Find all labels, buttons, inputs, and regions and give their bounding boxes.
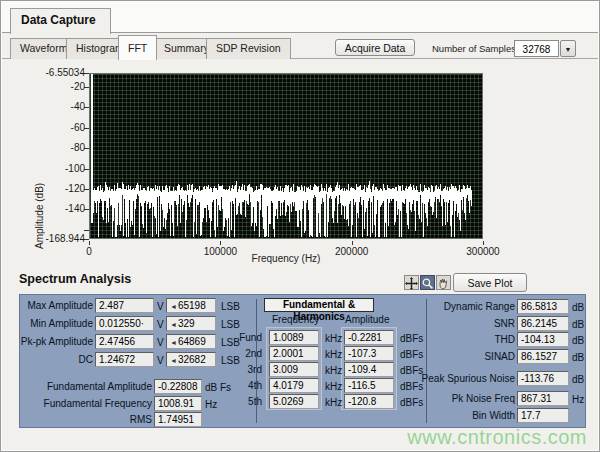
- min-amplitude-volts-unit: V: [157, 317, 164, 332]
- y-tick-label: -120: [19, 183, 85, 195]
- fft-chart: Amplitude (dB) Frequency (Hz) -6.55034-2…: [1, 59, 600, 271]
- frequency-column-header: Frequency: [272, 314, 319, 325]
- pkpk-amplitude-lsb-field: ◄64869: [166, 334, 216, 349]
- dynamic-range-unit: dB: [572, 300, 584, 315]
- truncate-left-icon: ◄: [170, 303, 177, 310]
- fundamental-harmonics-title: Fundamental & Harmonics: [264, 298, 374, 312]
- acquire-data-button[interactable]: Acquire Data: [335, 39, 415, 56]
- max-amplitude-volts-unit: V: [157, 299, 164, 314]
- number-of-samples-value[interactable]: 32768: [514, 40, 559, 57]
- x-tick-label: 200000: [322, 246, 382, 257]
- y-tick-mark: [84, 230, 89, 231]
- h5-frequency-unit: kHz: [325, 395, 342, 410]
- harmonic-row-label: Fund: [234, 330, 262, 345]
- fund-frequency-unit: kHz: [325, 331, 342, 346]
- y-tick-label: -100: [19, 163, 85, 175]
- bin-width-label: Bin Width: [400, 408, 515, 423]
- x-tick-mark: [352, 241, 353, 245]
- fundamental-amplitude-unit: dB Fs: [205, 380, 231, 395]
- dc-label: DC: [20, 352, 93, 367]
- h5-amplitude-field: -120.8: [344, 394, 394, 409]
- snr-field: 86.2145: [517, 316, 569, 331]
- pan-tool-button[interactable]: [436, 275, 451, 290]
- snr-unit: dB: [572, 317, 584, 332]
- peak-spurious-noise-unit: dB: [572, 372, 584, 387]
- min-amplitude-volts-field: 0.012550·: [95, 316, 154, 331]
- x-tick-mark: [483, 241, 484, 245]
- y-tick-label: -60: [19, 122, 85, 134]
- h5-frequency-field: 5.0269: [269, 394, 319, 409]
- data-capture-window: Data Capture Waveform Histogram FFT Summ…: [0, 0, 600, 452]
- pk-noise-freq-unit: Hz: [572, 392, 584, 407]
- min-amplitude-lsb-value: 329: [178, 318, 195, 329]
- tab-fft[interactable]: FFT: [118, 35, 157, 60]
- pkpk-amplitude-volts-field: 2.47456: [95, 334, 154, 349]
- x-tick-mark: [89, 241, 90, 245]
- pk-noise-freq-label: Pk Noise Freq: [400, 391, 515, 406]
- bin-width-field: 17.7: [517, 408, 569, 423]
- truncate-left-icon: ◄: [170, 339, 177, 346]
- sinad-unit: dB: [572, 350, 584, 365]
- save-plot-button[interactable]: Save Plot: [453, 273, 527, 292]
- watermark: www.cntronics.com: [407, 426, 587, 449]
- x-tick-label: 300000: [453, 246, 513, 257]
- max-amplitude-label: Max Amplitude: [20, 298, 93, 313]
- rms-label: RMS: [30, 412, 152, 427]
- pkpk-amplitude-label: Pk-pk Amplitude: [20, 334, 93, 349]
- thd-field: -104.13: [517, 332, 569, 347]
- y-tick-label: -140: [19, 203, 85, 215]
- dynamic-range-field: 86.5813: [517, 299, 569, 314]
- h3-amplitude-field: -109.4: [344, 362, 394, 377]
- pkpk-amplitude-volts-unit: V: [157, 335, 164, 350]
- h3-frequency-field: 3.009: [269, 362, 319, 377]
- spectrum-analysis-panel: Max Amplitude 2.487 V ◄65198 LSB Min Amp…: [19, 294, 586, 428]
- dc-lsb-field: ◄32682: [166, 352, 216, 367]
- x-tick-mark: [220, 241, 221, 245]
- title-tab-strip: Data Capture: [2, 2, 598, 33]
- spectrum-analysis-heading: Spectrum Analysis: [19, 272, 131, 286]
- zoom-tool-button[interactable]: [420, 275, 435, 290]
- h4-frequency-unit: kHz: [325, 379, 342, 394]
- crosshair-tool-button[interactable]: [404, 275, 419, 290]
- min-amplitude-lsb-field: ◄329: [166, 316, 216, 331]
- x-tick-label: 0: [59, 246, 119, 257]
- max-amplitude-lsb-field: ◄65198: [166, 298, 216, 313]
- crosshair-icon: [405, 277, 418, 290]
- fundamental-frequency-label: Fundamental Frequency: [30, 396, 152, 411]
- max-amplitude-lsb-value: 65198: [178, 300, 206, 311]
- hand-icon: [437, 277, 450, 290]
- h2-amplitude-field: -107.3: [344, 346, 394, 361]
- truncate-left-icon: ◄: [170, 357, 177, 364]
- peak-spurious-noise-label: Peak Spurious Noise: [400, 371, 515, 386]
- pkpk-amplitude-lsb-value: 64869: [178, 336, 206, 347]
- fft-plot-area[interactable]: [89, 73, 483, 239]
- min-amplitude-label: Min Amplitude: [20, 316, 93, 331]
- max-amplitude-volts-field: 2.487: [95, 298, 154, 313]
- dc-lsb-value: 32682: [178, 354, 206, 365]
- fund-frequency-field: 1.0089: [269, 330, 319, 345]
- magnifier-icon: [421, 277, 434, 290]
- h2-frequency-field: 2.0001: [269, 346, 319, 361]
- fundamental-amplitude-field: -0.22808: [154, 379, 202, 394]
- y-tick-label: -6.55034: [19, 67, 85, 79]
- harmonic-row-label: 2nd: [234, 346, 262, 361]
- truncate-left-icon: ◄: [170, 321, 177, 328]
- x-tick-label: 100000: [190, 246, 250, 257]
- harmonic-row-label: 5th: [234, 394, 262, 409]
- fund-amplitude-field: -0.2281: [344, 330, 394, 345]
- fundamental-frequency-unit: Hz: [205, 397, 217, 412]
- sinad-label: SINAD: [400, 349, 515, 364]
- number-of-samples-label: Number of Samples: [432, 43, 516, 54]
- h4-amplitude-field: -116.5: [344, 378, 394, 393]
- number-of-samples-dropdown-button[interactable]: ▼: [560, 40, 576, 57]
- snr-label: SNR: [400, 316, 515, 331]
- chevron-down-icon: ▼: [565, 46, 572, 53]
- dc-volts-unit: V: [157, 353, 164, 368]
- y-tick-label: -80: [19, 142, 85, 154]
- y-tick-label: -20: [19, 81, 85, 93]
- fft-trace: [90, 74, 484, 240]
- thd-label: THD: [400, 332, 515, 347]
- tab-sdp-revision[interactable]: SDP Revision: [206, 38, 291, 59]
- tab-data-capture[interactable]: Data Capture: [10, 8, 111, 34]
- harmonic-row-label: 3rd: [234, 362, 262, 377]
